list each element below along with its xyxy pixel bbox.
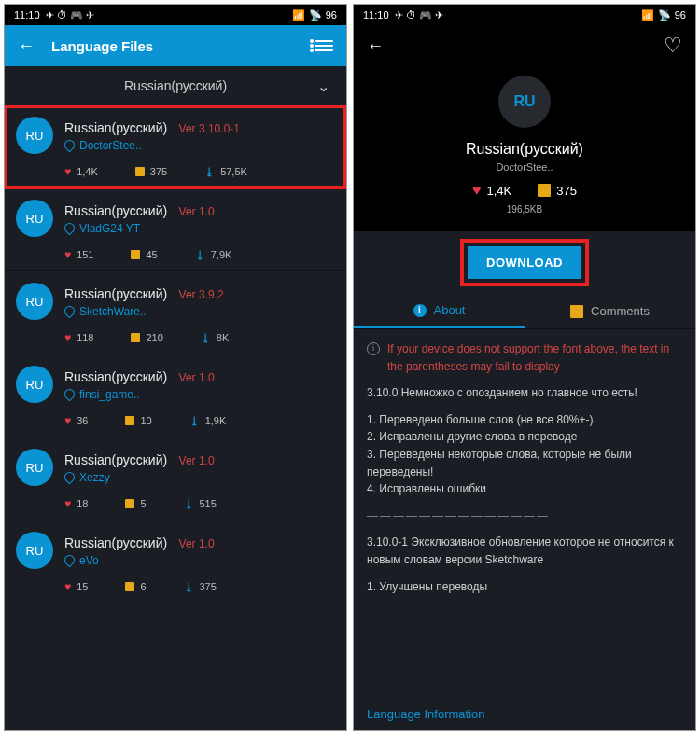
item-title: Russian(русский) (64, 286, 167, 301)
item-version: Ver 3.9.2 (179, 288, 224, 301)
item-version: Ver 1.0 (179, 454, 215, 467)
language-info-link[interactable]: Language Information (354, 700, 695, 730)
downloads-stat: ⭳57,5K (204, 165, 247, 178)
tab-about[interactable]: i About (354, 294, 525, 328)
item-title: Russian(русский) (64, 369, 167, 384)
wifi-icon: 📡 (658, 9, 671, 21)
about-content[interactable]: i If your device does not support the fo… (354, 329, 695, 700)
likes-stat[interactable]: ♥15 (64, 580, 88, 593)
list-item[interactable]: RU Russian(русский) Ver 3.9.2 SketchWare… (5, 271, 346, 354)
note-icon (125, 499, 134, 508)
item-author[interactable]: VladG24 YT (64, 222, 335, 235)
phone-left: 11:10 ✈ ⏱ 🎮 ✈ 📶 📡 96 ← Language Files Ru… (4, 4, 347, 731)
comments-stat[interactable]: 45 (131, 248, 157, 261)
comments-stat[interactable]: 10 (125, 414, 151, 427)
download-section: DOWNLOAD (354, 231, 695, 294)
changelog-text: 1. Улучшены переводы (367, 578, 682, 596)
changelog-text: 3.10.0 Немножко с опозданием но главное … (367, 384, 682, 402)
item-author[interactable]: SketchWare.. (64, 305, 335, 318)
changelog-text: 1. Переведено больше слов (не все 80%+-)… (367, 411, 682, 498)
list-view-icon[interactable] (315, 40, 333, 51)
detail-author[interactable]: DoctorStee.. (496, 161, 553, 173)
likes-stat[interactable]: ♥118 (64, 331, 93, 344)
heart-icon: ♥ (64, 331, 71, 344)
downloads-stat: ⭳375 (184, 580, 217, 593)
download-icon: ⭳ (201, 332, 211, 343)
changelog-text: 3.10.0-1 Эксклюзивное обновление которое… (367, 534, 682, 568)
status-bar: 11:10 ✈ ⏱ 🎮 ✈ 📶 📡 96 (354, 5, 695, 25)
heart-icon: ♥ (64, 248, 71, 261)
language-avatar: RU (16, 532, 53, 569)
item-author[interactable]: finsi_game.. (64, 388, 335, 401)
phone-right: 11:10 ✈ ⏱ 🎮 ✈ 📶 📡 96 ← ♡ RU Russian(русс… (353, 4, 696, 731)
download-icon: ⭳ (184, 498, 194, 509)
download-icon: ⭳ (184, 581, 194, 592)
likes-stat[interactable]: ♥36 (64, 414, 88, 427)
item-title: Russian(русский) (64, 535, 167, 550)
likes-stat[interactable]: ♥1,4K (472, 182, 511, 199)
language-avatar: RU (498, 76, 551, 128)
detail-app-bar: ← ♡ (354, 25, 695, 66)
back-icon[interactable]: ← (367, 36, 384, 56)
download-icon: ⭳ (204, 166, 215, 177)
download-icon: ⭳ (195, 249, 205, 260)
status-bar: 11:10 ✈ ⏱ 🎮 ✈ 📶 📡 96 (5, 5, 346, 25)
list-item[interactable]: RU Russian(русский) Ver 1.0 Xezzy ♥18 5 … (5, 437, 346, 520)
item-version: Ver 3.10.0-1 (179, 122, 240, 135)
favorite-icon[interactable]: ♡ (664, 34, 682, 58)
heart-icon: ♥ (64, 414, 71, 427)
note-icon (125, 416, 134, 425)
battery-pct: 96 (326, 9, 337, 21)
downloads-stat: ⭳8K (201, 331, 229, 344)
info-icon: i (413, 304, 427, 317)
likes-stat[interactable]: ♥18 (64, 497, 88, 510)
separator: —————————————— (367, 507, 682, 525)
comments-stat[interactable]: 375 (538, 184, 577, 198)
tab-comments[interactable]: Comments (525, 294, 695, 328)
language-dropdown-label: Russian(русский) (124, 78, 227, 93)
comments-stat[interactable]: 6 (125, 580, 146, 593)
detail-tabs: i About Comments (354, 294, 695, 329)
file-size: 196,5KB (507, 204, 542, 215)
download-icon: ⭳ (189, 415, 200, 426)
item-title: Russian(русский) (64, 120, 167, 135)
comments-stat[interactable]: 5 (125, 497, 146, 510)
heart-icon: ♥ (472, 182, 482, 199)
language-avatar: RU (16, 283, 53, 320)
file-list[interactable]: RU Russian(русский) Ver 3.10.0-1 DoctorS… (5, 105, 346, 730)
comments-stat[interactable]: 375 (135, 165, 167, 178)
status-time: 11:10 (363, 9, 389, 21)
chevron-down-icon: ⌄ (317, 77, 329, 95)
language-avatar: RU (16, 117, 53, 154)
comments-stat[interactable]: 210 (131, 331, 162, 344)
item-author[interactable]: eVo (64, 554, 335, 567)
item-author[interactable]: DoctorStee.. (64, 139, 335, 152)
language-avatar: RU (16, 366, 53, 403)
back-icon[interactable]: ← (18, 36, 35, 56)
item-version: Ver 1.0 (179, 205, 215, 218)
downloads-stat: ⭳515 (184, 497, 217, 510)
download-button[interactable]: DOWNLOAD (468, 246, 581, 279)
info-outline-icon: i (367, 342, 380, 355)
wifi-icon: 📡 (309, 9, 322, 21)
note-icon (538, 184, 551, 197)
likes-stat[interactable]: ♥151 (64, 248, 93, 261)
item-author[interactable]: Xezzy (64, 471, 335, 484)
likes-stat[interactable]: ♥1,4K (64, 165, 98, 178)
language-dropdown[interactable]: Russian(русский) ⌄ (5, 66, 346, 105)
status-icons-left: ✈ ⏱ 🎮 ✈ (46, 9, 94, 21)
item-version: Ver 1.0 (179, 371, 215, 384)
list-item[interactable]: RU Russian(русский) Ver 3.10.0-1 DoctorS… (5, 105, 346, 188)
note-icon (131, 333, 140, 342)
downloads-stat: ⭳1,9K (189, 414, 227, 427)
note-icon (570, 305, 583, 318)
item-version: Ver 1.0 (179, 537, 215, 550)
list-item[interactable]: RU Russian(русский) Ver 1.0 VladG24 YT ♥… (5, 188, 346, 271)
detail-header: RU Russian(русский) DoctorStee.. ♥1,4K 3… (354, 66, 695, 231)
list-item[interactable]: RU Russian(русский) Ver 1.0 finsi_game..… (5, 354, 346, 437)
signal-icon: 📶 (292, 9, 305, 21)
note-icon (125, 582, 134, 591)
list-item[interactable]: RU Russian(русский) Ver 1.0 eVo ♥15 6 ⭳3… (5, 520, 346, 603)
item-title: Russian(русский) (64, 452, 167, 467)
note-icon (135, 167, 145, 176)
